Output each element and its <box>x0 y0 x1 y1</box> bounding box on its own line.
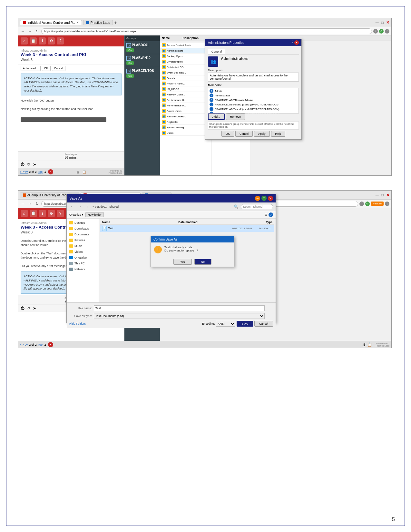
general-tab[interactable]: General <box>208 49 225 54</box>
help-icon-dlg[interactable]: ? <box>291 40 293 45</box>
maximize-btn-2[interactable]: □ <box>381 193 384 197</box>
refresh-icon[interactable]: ↻ <box>27 162 30 167</box>
sidebar-music[interactable]: Music <box>67 243 99 249</box>
minimize-btn-2[interactable]: ─ <box>376 192 379 198</box>
max-btn[interactable]: □ <box>261 196 267 201</box>
share-icon-2[interactable]: 📋 <box>367 342 372 347</box>
add-btn[interactable]: Add... <box>208 113 225 120</box>
address-bar-1[interactable]: https://uoplabs.practice-labs.com/authen… <box>41 28 372 34</box>
group-administrators[interactable]: 👥 Administrators <box>160 48 211 54</box>
no-btn[interactable]: No <box>194 259 212 265</box>
back-btn[interactable]: ← <box>20 28 26 34</box>
sidebar-videos[interactable]: Videos <box>67 249 99 255</box>
refresh-icon-2[interactable]: ↻ <box>27 306 30 310</box>
ok-btn-dlg[interactable]: OK <box>221 131 234 137</box>
menu-icon[interactable]: ⋮ <box>385 29 389 34</box>
group-guests[interactable]: 👥 Guests <box>160 75 211 81</box>
print-icon-2[interactable]: 🖨 <box>362 342 366 347</box>
sidebar-onedrive[interactable]: OneDrive <box>67 255 99 261</box>
group-network[interactable]: 👥 Network Confi... <box>160 92 211 97</box>
back-btn-2[interactable]: ← <box>20 201 26 207</box>
account-icon-2[interactable]: G <box>365 202 370 206</box>
cancel-btn-left[interactable]: Cancel <box>52 66 65 71</box>
cancel-btn-sa[interactable]: Cancel <box>254 321 273 327</box>
save-btn[interactable]: Save <box>237 321 253 327</box>
print-icon[interactable]: 🖨 <box>75 169 80 174</box>
savetype-select[interactable]: Text Documents (*.txt) <box>94 313 265 319</box>
tab1-close[interactable]: ✕ <box>76 21 79 24</box>
tab-2[interactable]: Practice Labs <box>83 20 113 25</box>
group-iis[interactable]: 👥 IIS_IUSRS <box>160 86 211 92</box>
organize-btn[interactable]: Organize ▾ <box>69 213 83 216</box>
maximize-btn[interactable]: □ <box>381 20 384 25</box>
bookmark-icon[interactable]: ☆ <box>373 29 378 34</box>
ok-btn-left[interactable]: OK <box>42 66 51 71</box>
home-icon[interactable]: ⌂ <box>21 37 28 44</box>
notes-icon-2[interactable]: 📋 <box>30 210 37 217</box>
sa-forward-btn[interactable]: → <box>77 204 83 210</box>
info-icon-2[interactable]: ℹ <box>39 210 46 217</box>
sa-search-btn[interactable]: 🔍 <box>233 204 239 210</box>
encoding-select[interactable]: ANSI <box>216 321 235 327</box>
share-icon[interactable]: 📋 <box>82 169 87 174</box>
prev-link-2[interactable]: ‹ Prev <box>20 343 28 346</box>
top-link[interactable]: Top <box>38 170 43 173</box>
advanced-btn[interactable]: Advanced... <box>21 66 41 71</box>
menu-icon-2[interactable]: ⋮ <box>385 202 389 206</box>
account-icon[interactable]: G <box>379 29 384 34</box>
group-performance-m[interactable]: 👥 Performance M... <box>160 103 211 108</box>
forward-btn-2[interactable]: → <box>27 201 33 207</box>
group-hyperv[interactable]: 👥 Hyper-V Admi... <box>160 81 211 86</box>
min-btn[interactable]: ─ <box>255 196 260 201</box>
apply-btn[interactable]: Apply <box>254 131 270 137</box>
help-icon-sa[interactable]: ? <box>269 212 273 217</box>
dialog-close[interactable]: ✕ <box>294 40 299 45</box>
group-power-users[interactable]: 👥 Power Users <box>160 108 211 114</box>
sidebar-this-pc[interactable]: This PC <box>67 261 99 266</box>
sidebar-desktop[interactable]: Desktop <box>67 220 99 226</box>
group-distributed[interactable]: 👥 Distributed CO... <box>160 64 211 70</box>
group-replicator[interactable]: 👥 Replicator <box>160 119 211 125</box>
arrow-icon[interactable]: ➤ <box>33 162 36 167</box>
close-btn-2[interactable]: ✕ <box>386 193 389 197</box>
info-icon[interactable]: ℹ <box>39 37 46 44</box>
vm-plabwin10[interactable]: ⊡ PLABWIN10 On <box>124 54 160 67</box>
group-remote[interactable]: 👥 Remote Deskto... <box>160 114 211 119</box>
power-icon[interactable]: ⏻ <box>21 162 24 167</box>
sidebar-network[interactable]: Network <box>67 266 99 272</box>
settings-icon-2[interactable]: ⚙ <box>48 210 55 217</box>
arrow-icon-2[interactable]: ➤ <box>33 306 36 310</box>
prev-link[interactable]: ‹ Prev <box>20 170 28 173</box>
new-folder-btn[interactable]: New folder <box>85 212 104 217</box>
close-btn-save[interactable]: ✕ <box>268 196 273 201</box>
close-btn[interactable]: ✕ <box>386 20 389 25</box>
vm-plabcentos[interactable]: ⊡ PLABCENTOS On <box>124 67 160 80</box>
group-users[interactable]: 👥 Users <box>160 130 211 136</box>
help-icon[interactable]: ? <box>57 37 64 44</box>
refresh-btn-2[interactable]: ↻ <box>34 201 40 207</box>
breadcrumb-path[interactable]: « plabdc01 › Shared <box>93 205 231 208</box>
minimize-btn[interactable]: ─ <box>376 20 379 25</box>
group-access-control[interactable]: 👥 Access Control Assist... <box>160 43 211 48</box>
notes-icon[interactable]: 📋 <box>30 37 37 44</box>
sa-up-btn[interactable]: ↑ <box>85 204 91 210</box>
group-system[interactable]: 👥 System Manag... <box>160 125 211 130</box>
bookmark-icon-2[interactable]: ☆ <box>359 202 364 206</box>
group-backup[interactable]: 👥 Backup Opera... <box>160 54 211 59</box>
sidebar-pictures[interactable]: Pictures <box>67 237 99 243</box>
new-tab-btn[interactable]: + <box>114 20 117 25</box>
help-icon-2[interactable]: ? <box>57 210 64 217</box>
search-input-save[interactable] <box>241 204 273 209</box>
view-icon[interactable]: ⊞ <box>265 213 267 216</box>
vm-plabdc01[interactable]: ⊡ PLABDC01 On <box>124 41 160 54</box>
forward-btn[interactable]: → <box>27 28 33 34</box>
sa-back-btn[interactable]: ← <box>69 204 75 210</box>
refresh-btn[interactable]: ↻ <box>34 28 40 34</box>
top-link-2[interactable]: Top <box>38 343 43 346</box>
sidebar-downloads[interactable]: Downloads <box>67 226 99 232</box>
filename-input[interactable] <box>94 305 265 311</box>
remove-btn[interactable]: Remove <box>226 113 245 120</box>
group-cryptographic[interactable]: 👥 Cryptographic <box>160 59 211 64</box>
tab-1-active[interactable]: Individual Access Control and P... ✕ <box>20 20 82 25</box>
done-btn-2[interactable]: ✕ <box>48 342 53 347</box>
